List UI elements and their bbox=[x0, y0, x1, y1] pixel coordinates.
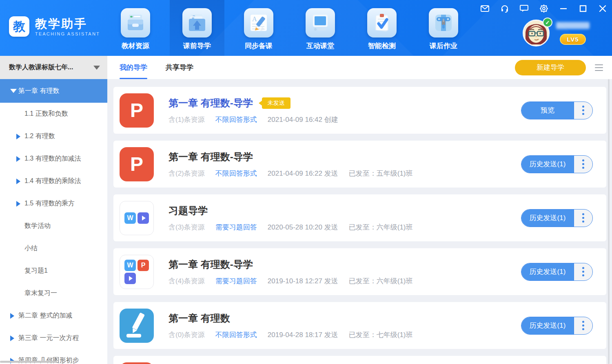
sidebar-item[interactable]: 1.4 有理数的乘除法 bbox=[0, 170, 107, 192]
ppt-file-icon: P bbox=[120, 93, 154, 128]
mail-icon[interactable] bbox=[481, 4, 489, 13]
history-send-button[interactable]: 历史发送(1) bbox=[521, 317, 574, 334]
level-badge: LV5 bbox=[560, 34, 586, 45]
word-file-icon: W bbox=[124, 260, 136, 271]
nav-item-smart-assessment[interactable]: 智能检测 bbox=[355, 0, 409, 56]
video-play-icon bbox=[137, 212, 149, 224]
sidebar-item[interactable]: 第一章 有理数 bbox=[0, 79, 107, 103]
answer-mode-link[interactable]: 需要习题回答 bbox=[215, 223, 257, 232]
timestamp: 2021-04-09 16:42 创建 bbox=[268, 115, 338, 124]
tab-my-guides[interactable]: 我的导学 bbox=[120, 56, 147, 79]
resource-count: 含(2)条资源 bbox=[169, 169, 205, 178]
close-button[interactable] bbox=[598, 4, 607, 13]
nav-item-homework[interactable]: 课后作业 bbox=[416, 0, 471, 56]
nav-item-interactive-classroom[interactable]: 互动课堂 bbox=[293, 0, 348, 56]
main-nav: 教材资源 B B 课前导学 bbox=[108, 0, 471, 56]
more-options-button[interactable] bbox=[574, 156, 592, 173]
nav-label: 智能检测 bbox=[368, 41, 396, 51]
sidebar-item[interactable]: 章末复习一 bbox=[0, 282, 107, 304]
ppt-file-icon: P bbox=[120, 362, 154, 364]
tree-arrow-icon bbox=[10, 313, 18, 319]
answer-mode-link[interactable]: 不限回答形式 bbox=[215, 169, 257, 178]
folder-upload-icon: B B bbox=[182, 8, 212, 38]
answer-mode-link[interactable]: 需要习题回答 bbox=[215, 276, 257, 286]
more-options-button[interactable] bbox=[574, 210, 592, 227]
svg-text:A: A bbox=[252, 15, 257, 22]
guide-title[interactable]: 第一章 有理数 bbox=[169, 312, 230, 325]
sidebar-item[interactable]: 数学活动 bbox=[0, 215, 107, 237]
answer-mode-link[interactable]: 不限回答形式 bbox=[215, 330, 257, 340]
guide-title[interactable]: 第一章 有理数-导学 bbox=[169, 258, 253, 271]
sidebar: 数学人教课标版七年... 第一章 有理数 1.1 正数和负数 1.2 有理数 bbox=[0, 56, 107, 364]
sidebar-item-label: 1.5 有理数的乘方 bbox=[24, 199, 75, 208]
more-options-button[interactable] bbox=[574, 102, 592, 119]
sidebar-item[interactable]: 复习题1 bbox=[0, 260, 107, 282]
note-pencil-icon bbox=[120, 309, 154, 343]
timestamp: 2020-05-28 10:20 发送 bbox=[268, 223, 338, 232]
unsent-badge: 未发送 bbox=[262, 97, 290, 109]
preview-button[interactable]: 预览 bbox=[521, 102, 574, 119]
more-options-button[interactable] bbox=[574, 263, 592, 280]
sidebar-item-label: 1.3 有理数的加减法 bbox=[24, 154, 81, 163]
sidebar-item[interactable]: 1.1 正数和负数 bbox=[0, 103, 107, 125]
app-title: 教学助手 bbox=[35, 17, 100, 30]
tree-arrow-icon bbox=[16, 201, 24, 207]
more-options-button[interactable] bbox=[574, 317, 592, 334]
action-button-group: 历史发送(1) bbox=[521, 155, 593, 173]
username-blurred[interactable] bbox=[556, 22, 590, 29]
guide-title[interactable]: 习题导学 bbox=[169, 204, 208, 217]
sidebar-item-label: 第四章 几何图形初步 bbox=[18, 356, 79, 364]
history-send-button[interactable]: 历史发送(1) bbox=[521, 156, 574, 173]
sidebar-item[interactable]: 小结 bbox=[0, 237, 107, 260]
computer-icon bbox=[306, 8, 335, 38]
sidebar-item[interactable]: 1.2 有理数 bbox=[0, 125, 107, 148]
guide-title[interactable]: 第一章 有理数-导学 bbox=[169, 97, 253, 110]
sent-to-class: 已发至：六年级(1)班 bbox=[349, 223, 413, 232]
system-icons bbox=[481, 4, 607, 13]
nav-label: 同步备课 bbox=[245, 41, 273, 51]
timestamp: 2019-10-18 12:27 发送 bbox=[268, 276, 338, 286]
backpack-icon bbox=[429, 8, 458, 38]
sidebar-item[interactable]: 1.3 有理数的加减法 bbox=[0, 148, 107, 170]
action-button-group: 预览 bbox=[521, 101, 593, 119]
chapter-tree: 第一章 有理数 1.1 正数和负数 1.2 有理数 1.3 有理数的加减法 bbox=[0, 79, 107, 364]
list-menu-icon[interactable] bbox=[595, 64, 603, 71]
nav-item-textbook-resources[interactable]: 教材资源 bbox=[108, 0, 163, 56]
settings-gear-icon[interactable] bbox=[539, 4, 548, 13]
guide-title[interactable]: 第一章 有理数-导学 bbox=[169, 150, 253, 163]
tree-arrow-icon bbox=[16, 134, 24, 139]
word-file-icon: W bbox=[124, 212, 136, 224]
sent-to-class: 已发至：七年级(1)班 bbox=[349, 330, 413, 340]
sidebar-item-label: 章末复习一 bbox=[24, 289, 57, 298]
chat-icon[interactable] bbox=[520, 4, 528, 13]
sidebar-item[interactable]: 第二章 整式的加减 bbox=[0, 304, 107, 327]
nav-item-sync-lesson-prep[interactable]: A 同步备课 bbox=[231, 0, 286, 56]
sidebar-item-label: 1.2 有理数 bbox=[24, 132, 55, 141]
headset-icon[interactable] bbox=[500, 4, 509, 13]
header: 教 教学助手 TEACHING ASSISTANT bbox=[0, 0, 612, 56]
sidebar-item[interactable]: 1.5 有理数的乘方 bbox=[0, 192, 107, 215]
nav-item-pre-class-guide[interactable]: B B 课前导学 bbox=[170, 0, 224, 56]
action-button-group: 历史发送(1) bbox=[521, 317, 593, 335]
textbook-name: 数学人教课标版七年... bbox=[9, 63, 90, 72]
word-video-file-icon: W bbox=[120, 201, 154, 235]
history-send-button[interactable]: 历史发送(1) bbox=[521, 263, 574, 280]
minimize-button[interactable] bbox=[559, 4, 568, 13]
new-guide-button[interactable]: 新建导学 bbox=[515, 60, 586, 75]
sidebar-horizontal-scrollbar[interactable] bbox=[0, 361, 57, 363]
app-logo-icon: 教 bbox=[9, 16, 29, 37]
video-play-icon bbox=[124, 273, 136, 284]
action-button-group: 历史发送(1) bbox=[521, 263, 593, 281]
textbook-selector[interactable]: 数学人教课标版七年... bbox=[0, 56, 107, 79]
history-send-button[interactable]: 历史发送(1) bbox=[521, 210, 574, 227]
online-check-badge: ✓ bbox=[543, 18, 552, 27]
tree-arrow-icon bbox=[16, 156, 24, 162]
tab-shared-guides[interactable]: 共享导学 bbox=[166, 56, 193, 79]
sidebar-item[interactable]: 第三章 一元一次方程 bbox=[0, 327, 107, 349]
guide-card: 第一章 有理数 含(0)条资源 不限回答形式 2019-04-28 18:17 … bbox=[113, 302, 606, 349]
answer-mode-link[interactable]: 不限回答形式 bbox=[215, 115, 257, 124]
maximize-button[interactable] bbox=[579, 4, 587, 13]
tree-arrow-icon bbox=[16, 179, 24, 184]
sidebar-item-label: 小结 bbox=[24, 244, 38, 253]
tree-arrow-icon bbox=[10, 335, 18, 341]
